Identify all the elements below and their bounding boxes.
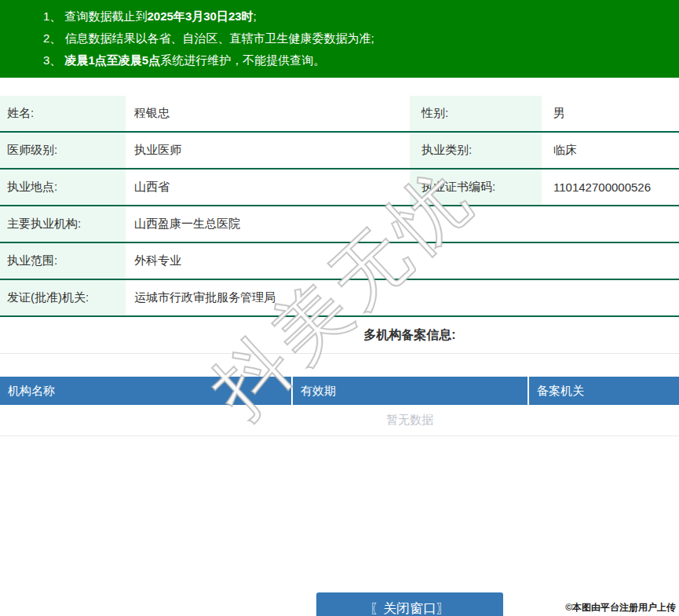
profile-row-scope: 执业范围: 外科专业 <box>0 243 679 280</box>
filing-table-header: 机构名称 有效期 备案机关 <box>0 377 679 405</box>
no-data-text: 暂无数据 <box>386 413 433 428</box>
notice-1-text: 1、 查询数据截止到 <box>43 9 148 23</box>
doctor-profile-table: 姓名: 程银忠 性别: 男 医师级别: 执业医师 执业类别: 临床 执业地点: … <box>0 96 679 317</box>
main-institution-value: 山西盈康一生总医院 <box>126 206 679 242</box>
issuing-authority-value: 运城市行政审批服务管理局 <box>126 280 679 315</box>
practice-scope-label: 执业范围: <box>0 243 126 279</box>
profile-row-name-gender: 姓名: 程银忠 性别: 男 <box>0 96 679 133</box>
notice-line-1: 1、 查询数据截止到2025年3月30日23时; <box>43 5 679 27</box>
notice-3-text: 3、 <box>43 53 65 67</box>
column-header-validity-period: 有效期 <box>291 377 528 405</box>
notice-1-bold: 2025年3月30日23时 <box>148 9 254 23</box>
notice-banner: 1、 查询数据截止到2025年3月30日23时; 2、 信息数据结果以各省、自治… <box>0 0 679 78</box>
main-institution-label: 主要执业机构: <box>0 206 126 242</box>
notice-1-suffix: ; <box>254 9 257 23</box>
notice-line-2: 2、 信息数据结果以各省、自治区、直辖市卫生健康委数据为准; <box>43 27 679 49</box>
profile-row-location-certno: 执业地点: 山西省 执业证书编码: 110142700000526 <box>0 169 679 206</box>
practice-category-value: 临床 <box>542 133 679 168</box>
practice-location-value: 山西省 <box>126 169 410 205</box>
practice-scope-value: 外科专业 <box>126 243 679 279</box>
notice-line-3: 3、 凌晨1点至凌晨5点系统进行维护，不能提供查询。 <box>43 49 679 71</box>
doctor-level-label: 医师级别: <box>0 133 126 168</box>
image-copyright-text: ©本图由平台注册用户上传 <box>565 601 676 614</box>
page: 1、 查询数据截止到2025年3月30日23时; 2、 信息数据结果以各省、自治… <box>0 0 679 616</box>
certificate-number-label: 执业证书编码: <box>410 169 542 205</box>
profile-row-main-org: 主要执业机构: 山西盈康一生总医院 <box>0 206 679 243</box>
practice-location-label: 执业地点: <box>0 169 126 205</box>
notice-2-text: 2、 信息数据结果以各省、自治区、直辖市卫生健康委数据为准; <box>43 31 374 45</box>
filing-section-title: 多机构备案信息: <box>363 327 455 344</box>
column-header-filing-authority: 备案机关 <box>528 377 679 405</box>
filing-section-title-row: 多机构备案信息: <box>0 317 679 354</box>
practice-category-label: 执业类别: <box>410 133 542 168</box>
filing-table-empty-row: 暂无数据 <box>0 405 679 436</box>
notice-3-bold: 凌晨1点至凌晨5点 <box>65 53 161 67</box>
filing-gap <box>0 354 679 377</box>
name-value: 程银忠 <box>126 96 410 131</box>
gender-label: 性别: <box>410 96 542 131</box>
profile-row-level-category: 医师级别: 执业医师 执业类别: 临床 <box>0 133 679 169</box>
doctor-level-value: 执业医师 <box>126 133 410 168</box>
notice-3-suffix: 系统进行维护，不能提供查询。 <box>160 53 325 67</box>
gender-value: 男 <box>542 96 679 131</box>
certificate-number-value: 110142700000526 <box>542 169 679 205</box>
column-header-institution-name: 机构名称 <box>0 377 291 405</box>
name-label: 姓名: <box>0 96 126 131</box>
close-window-button[interactable]: 〖关闭窗口〗 <box>316 592 503 616</box>
profile-row-issuer: 发证(批准)机关: 运城市行政审批服务管理局 <box>0 280 679 317</box>
issuing-authority-label: 发证(批准)机关: <box>0 280 126 315</box>
